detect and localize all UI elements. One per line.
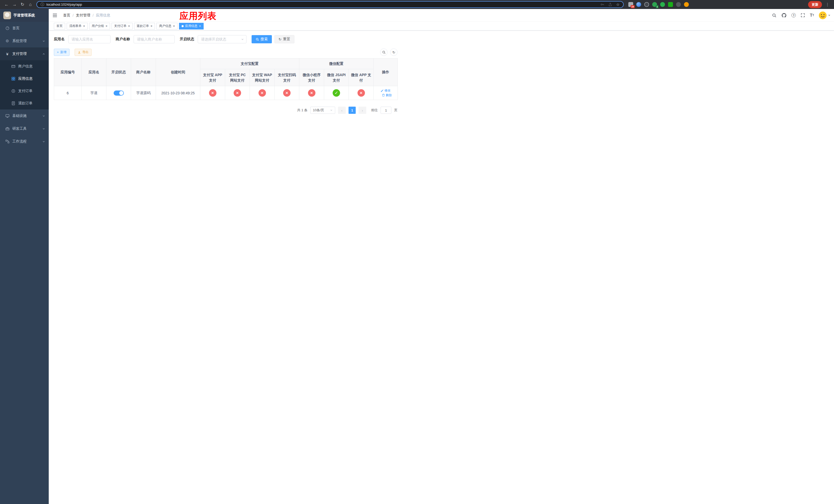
- browser-home-icon[interactable]: ⌂: [26, 1, 35, 8]
- app-title: 芋道管理系统: [13, 13, 35, 18]
- extension-icon[interactable]: [660, 2, 665, 7]
- delete-link[interactable]: 删除: [382, 93, 392, 97]
- add-button-label: 新增: [60, 50, 66, 54]
- site-info-icon[interactable]: ⓘ: [41, 2, 44, 7]
- url-bar[interactable]: ⓘ localhost:1024/pay/app ☆: [37, 1, 624, 8]
- tab-user-group[interactable]: 用户分组 ×: [89, 23, 110, 29]
- chevron-down-icon: [42, 40, 45, 43]
- chevron-up-icon: [42, 52, 45, 55]
- sidebar-item-workflow[interactable]: 工作流程: [0, 135, 49, 148]
- status-select[interactable]: [198, 35, 246, 43]
- bookmark-star-icon[interactable]: ☆: [616, 2, 620, 7]
- cell-app-id: 6: [54, 86, 82, 100]
- browser-toolbar: ← → ↻ ⌂ ⓘ localhost:1024/pay/app ☆ 10 1 …: [0, 0, 834, 9]
- extension-icon[interactable]: 1: [652, 2, 657, 7]
- user-menu[interactable]: [819, 12, 830, 19]
- cell-alipay-pc: ×: [225, 86, 250, 100]
- sidebar-item-payment[interactable]: ¥ 支付管理: [0, 47, 49, 60]
- merchant-name-input[interactable]: [134, 35, 175, 43]
- extension-icon[interactable]: [636, 2, 641, 7]
- page-suffix-label: 页: [394, 108, 397, 113]
- current-page-button[interactable]: 1: [349, 107, 356, 114]
- close-icon[interactable]: ×: [106, 24, 108, 28]
- col-header-wx-jsapi: 微信 JSAPI 支付: [324, 69, 349, 86]
- close-icon[interactable]: ×: [173, 24, 175, 28]
- breadcrumb-home[interactable]: 首页: [63, 13, 70, 18]
- goto-label: 前往: [371, 108, 378, 113]
- toggle-search-button[interactable]: [380, 48, 388, 56]
- status-enabled-icon: ✓: [333, 89, 340, 97]
- prev-page-button[interactable]: ‹: [338, 107, 346, 114]
- sidebar-item-infrastructure[interactable]: 基础设施: [0, 110, 49, 122]
- sidebar-item-pay-order[interactable]: 支付订单: [0, 85, 49, 97]
- filter-bar: 应用名 商户名称 开启状态: [54, 35, 397, 43]
- extension-icon[interactable]: [668, 2, 673, 7]
- tab-label: 退款订单: [137, 24, 149, 28]
- browser-menu-icon[interactable]: ⋮: [824, 1, 831, 8]
- browser-back-icon[interactable]: ←: [3, 1, 10, 8]
- tab-app-info[interactable]: 应用信息 ×: [179, 23, 204, 29]
- search-button[interactable]: 搜索: [251, 35, 272, 43]
- cell-wx-app: ×: [349, 86, 374, 100]
- status-toggle[interactable]: [114, 91, 124, 96]
- tab-refund-order[interactable]: 退款订单 ×: [134, 23, 155, 29]
- tab-pay-order[interactable]: 支付订单 ×: [112, 23, 133, 29]
- top-navbar: 首页 / 支付管理 / 应用信息 应用列表 ?: [49, 9, 834, 22]
- sidebar-item-refund-order[interactable]: 退款订单: [0, 97, 49, 110]
- goto-page-input[interactable]: [380, 107, 391, 114]
- tab-merchant-info[interactable]: 商户信息 ×: [156, 23, 177, 29]
- group-header-alipay: 支付宝配置: [200, 59, 299, 69]
- toolbox-icon: [5, 127, 9, 131]
- status-label: 开启状态: [180, 37, 194, 42]
- extension-icon[interactable]: [676, 2, 681, 7]
- sidebar-item-system[interactable]: ⚙ 系统管理: [0, 35, 49, 47]
- password-key-icon[interactable]: [600, 3, 604, 6]
- next-page-button[interactable]: ›: [358, 107, 366, 114]
- close-icon[interactable]: ×: [83, 24, 85, 28]
- extension-icon[interactable]: 10: [628, 2, 633, 7]
- plus-icon: +: [57, 50, 59, 54]
- search-icon[interactable]: [772, 13, 776, 18]
- browser-forward-icon[interactable]: →: [10, 1, 19, 8]
- breadcrumb: 首页 / 支付管理 / 应用信息: [63, 13, 110, 18]
- sidebar-item-dev-tools[interactable]: 研发工具: [0, 122, 49, 135]
- target-icon: [11, 89, 15, 93]
- app-name-input[interactable]: [68, 35, 111, 43]
- cell-merchant: 芋道源码: [131, 86, 156, 100]
- refresh-table-button[interactable]: ↻: [390, 48, 397, 56]
- logo-avatar: [3, 12, 11, 19]
- close-icon[interactable]: ×: [199, 24, 201, 28]
- col-header-app-name: 应用名: [82, 59, 106, 86]
- tab-process-form[interactable]: 流程表单 ×: [67, 23, 88, 29]
- share-icon[interactable]: [608, 3, 612, 6]
- sidebar-item-home[interactable]: 首页: [0, 22, 49, 35]
- help-glyph: ?: [791, 13, 796, 18]
- extension-icon[interactable]: [644, 2, 649, 7]
- help-icon[interactable]: ?: [791, 13, 796, 18]
- export-button[interactable]: 导出: [74, 49, 91, 56]
- breadcrumb-payment[interactable]: 支付管理: [76, 13, 90, 18]
- add-button[interactable]: + 新增: [54, 49, 69, 56]
- sidebar-item-merchant-info[interactable]: 商户信息: [0, 60, 49, 72]
- close-icon[interactable]: ×: [151, 24, 153, 28]
- tab-label: 首页: [57, 24, 63, 28]
- close-icon[interactable]: ×: [128, 24, 130, 28]
- font-size-icon[interactable]: TT: [810, 13, 814, 18]
- sidebar: 芋道管理系统 首页 ⚙ 系统管理 ¥ 支付管理: [0, 9, 49, 504]
- hamburger-icon[interactable]: [49, 9, 61, 22]
- sidebar-item-app-info[interactable]: 应用信息: [0, 72, 49, 85]
- reset-button[interactable]: ↻ 重置: [275, 35, 294, 43]
- page-size-select[interactable]: 10条/页: [310, 107, 335, 114]
- grid-icon: [11, 77, 15, 81]
- edit-link[interactable]: 修改: [380, 88, 391, 93]
- navbar-actions: ? TT: [772, 12, 834, 19]
- tab-home[interactable]: 首页: [54, 23, 65, 29]
- browser-reload-icon[interactable]: ↻: [19, 1, 26, 8]
- active-tab-dot: [181, 25, 184, 27]
- browser-update-button[interactable]: 更新: [808, 1, 822, 8]
- github-icon[interactable]: [782, 13, 787, 18]
- app-logo: 芋道管理系统: [0, 9, 49, 22]
- sidebar-item-label: 工作流程: [12, 139, 27, 144]
- fullscreen-icon[interactable]: [801, 13, 805, 18]
- extension-icon[interactable]: [684, 2, 689, 7]
